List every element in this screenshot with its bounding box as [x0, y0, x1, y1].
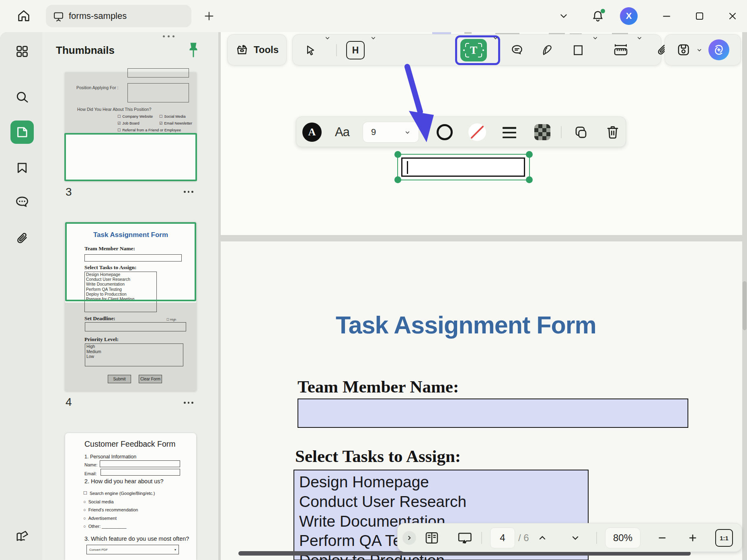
font-color-glyph: A — [308, 126, 316, 138]
delete-button[interactable] — [604, 123, 621, 141]
reader-mode-button[interactable] — [10, 525, 34, 549]
ai-assistant-button[interactable] — [708, 39, 729, 60]
checkbox-options: ☐Company Website☐Social Media☑Job Board☑… — [117, 114, 198, 132]
panel-drag-handle[interactable] — [163, 35, 174, 37]
option-mark: ☐ — [83, 491, 87, 496]
tab-list-button[interactable] — [556, 9, 572, 23]
annotation-toolbar: H T — [292, 34, 661, 65]
resize-handle-tr[interactable] — [526, 151, 533, 158]
presentation-button[interactable] — [456, 530, 473, 546]
text-tool-dropdown[interactable] — [490, 35, 500, 41]
highlighter-tool[interactable] — [536, 35, 559, 66]
home-button[interactable] — [14, 6, 33, 25]
document-tab[interactable]: forms-samples — [46, 5, 191, 27]
tab-title: forms-samples — [69, 11, 127, 21]
mini-input-box — [100, 460, 180, 467]
checkbox-option: ☑Job Board — [117, 121, 159, 125]
shape-tool[interactable] — [568, 35, 589, 66]
font-color-button[interactable]: A — [302, 123, 322, 142]
mini-input-box — [101, 469, 180, 476]
titlebar: forms-samples X — [0, 0, 747, 32]
thumbnail-page-4[interactable]: Task Assignment Form Team Member Name: S… — [65, 222, 196, 391]
sidebar-item-bookmarks[interactable] — [10, 156, 34, 180]
sidebar-item-attachments[interactable] — [10, 227, 34, 250]
page-layout-button[interactable] — [423, 530, 440, 546]
actual-size-label: 1:1 — [720, 535, 729, 542]
zoom-out-button[interactable] — [653, 530, 671, 546]
shape-tool-dropdown[interactable] — [590, 35, 600, 41]
sidebar-item-search[interactable] — [10, 86, 34, 109]
pin-panel-button[interactable] — [186, 41, 201, 60]
resize-handle-tl[interactable] — [394, 151, 401, 158]
resize-handle-br[interactable] — [526, 176, 533, 183]
zoom-in-button[interactable] — [684, 530, 702, 546]
minimize-button[interactable] — [658, 9, 675, 23]
checkbox-label: Job Board — [122, 121, 139, 125]
panel-title: Thumbnails — [56, 44, 115, 57]
save-dropdown[interactable] — [696, 47, 703, 53]
thumbnail-menu-button[interactable] — [184, 402, 193, 404]
select-tool[interactable] — [300, 35, 321, 66]
checkbox-option: ☐Social Media — [159, 114, 198, 119]
sidebar-item-overview[interactable] — [10, 40, 34, 63]
measure-tool-dropdown[interactable] — [634, 35, 644, 41]
page-number-input[interactable]: 4 — [490, 527, 515, 548]
line-spacing-button[interactable] — [502, 126, 517, 139]
checkbox-label: Social Media — [164, 114, 185, 119]
thumbnail-page-5[interactable]: Customer Feedback Form 1. Personal Infor… — [65, 433, 196, 560]
heading-tool[interactable]: H — [344, 35, 367, 66]
team-member-input[interactable] — [298, 399, 688, 428]
document-viewer: Task Assignment Form Team Member Name: S… — [218, 32, 747, 560]
mini-option: ○Friend's recommendation — [83, 507, 155, 512]
mini-dropdown: Convert PDF▾ — [86, 545, 179, 554]
checkbox-option: ☐Referral from a Friend or Employee — [117, 128, 159, 132]
text-tool-active[interactable]: T — [460, 39, 487, 61]
actual-size-button[interactable]: 1:1 — [715, 529, 733, 547]
plus-icon — [688, 533, 698, 543]
close-button[interactable] — [724, 9, 741, 23]
two-page-view-icon — [424, 531, 439, 545]
document-page-4[interactable]: Task Assignment Form Team Member Name: S… — [221, 241, 742, 560]
no-fill-button[interactable] — [468, 123, 486, 141]
opacity-button[interactable] — [534, 124, 550, 140]
chevron-down-icon — [696, 47, 702, 53]
sidebar-item-thumbnails[interactable] — [10, 121, 34, 144]
mini-input-box — [85, 322, 186, 331]
font-size-select[interactable]: 9 — [363, 122, 419, 143]
font-style-button[interactable]: Aa — [332, 123, 353, 142]
previous-page-button[interactable] — [534, 530, 551, 546]
chevron-down-icon — [404, 129, 410, 135]
thumbnail-menu-button[interactable] — [184, 191, 193, 193]
vertical-scrollbar[interactable] — [743, 281, 747, 330]
chevron-right-icon — [406, 535, 412, 541]
mini-priority-item: High — [86, 344, 183, 349]
task-option[interactable]: Design Homepage — [299, 472, 588, 492]
tools-menu-button[interactable]: Tools — [227, 34, 287, 65]
option-label: Social media — [88, 499, 114, 504]
collapse-bar-button[interactable] — [402, 531, 416, 545]
heading-tool-dropdown[interactable] — [368, 35, 378, 41]
duplicate-button[interactable] — [572, 124, 590, 141]
notifications-button[interactable] — [589, 7, 607, 25]
zoom-level-button[interactable]: 80% — [605, 527, 640, 548]
page-number-label: 4 — [66, 396, 72, 409]
stroke-color-button[interactable] — [435, 123, 454, 141]
avatar[interactable]: X — [620, 7, 638, 25]
text-field-editing[interactable] — [401, 157, 525, 177]
comment-tool[interactable] — [506, 35, 528, 66]
maximize-button[interactable] — [691, 9, 708, 23]
select-tool-dropdown[interactable] — [322, 35, 332, 41]
task-option[interactable]: Conduct User Research — [299, 492, 588, 512]
next-page-button[interactable] — [566, 530, 584, 546]
option-mark: ○ — [83, 499, 86, 504]
viewport-indicator[interactable] — [65, 222, 196, 301]
resize-handle-bl[interactable] — [394, 176, 401, 183]
viewport-indicator[interactable] — [64, 133, 197, 181]
measure-tool[interactable] — [609, 35, 633, 66]
minimize-icon — [661, 11, 672, 21]
thumbnail-page-3[interactable]: Position Applying For : How Did You Hear… — [65, 72, 196, 181]
mini-options: ☐Search engine (Google/Bing/etc.)○Social… — [83, 491, 155, 529]
save-button[interactable] — [676, 43, 691, 57]
new-tab-button[interactable] — [200, 7, 218, 25]
sidebar-item-comments[interactable] — [10, 190, 34, 214]
